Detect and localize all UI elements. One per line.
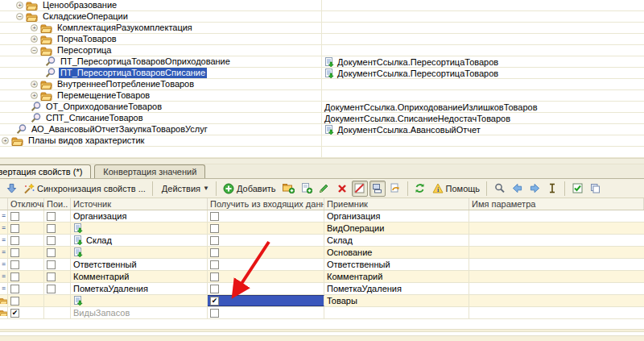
grid-row[interactable]: =ПометкаУдаленияПометкаУдаления <box>0 283 644 295</box>
row-selector-cell[interactable]: = <box>0 259 8 270</box>
param-name-cell[interactable] <box>469 271 644 282</box>
tree-row[interactable]: СПТ_СписаниеТоваровДокументСсылка.Списан… <box>0 113 644 124</box>
tree-row-main[interactable]: ПТ_ПересортицаТоваровОприходование <box>0 56 322 67</box>
grid-row[interactable]: =КомментарийКомментарий <box>0 271 644 283</box>
get-from-incoming-checkbox[interactable] <box>210 248 219 257</box>
source-cell[interactable]: Ответственный <box>71 259 208 270</box>
receiver-cell[interactable]: Основание <box>324 247 469 258</box>
add-folder-button[interactable] <box>280 181 297 197</box>
panel-splitter[interactable] <box>0 158 644 164</box>
disable-checkbox[interactable] <box>10 212 19 221</box>
tree-row-main[interactable]: АО_АвансовыйОтчетЗакупкаТоваровУслуг <box>0 124 322 135</box>
search-button[interactable] <box>491 181 507 197</box>
source-cell[interactable]: ПометкаУдаления <box>71 283 208 294</box>
tree-row-main[interactable]: −СкладскиеОперации <box>0 11 322 22</box>
tree-row-main[interactable]: +Ценообразование <box>0 0 322 10</box>
search-checkbox[interactable] <box>47 224 56 233</box>
disable-cell[interactable] <box>8 283 44 294</box>
get-from-incoming-cell[interactable] <box>208 259 324 270</box>
tab-property-conversion[interactable]: Конвертация свойств (*) <box>0 164 91 179</box>
source-cell[interactable]: ВидыЗапасов <box>71 307 208 318</box>
get-from-incoming-cell[interactable] <box>208 271 324 282</box>
source-cell[interactable]: Комментарий <box>71 271 208 282</box>
tree-row[interactable]: +Планы видов характеристик <box>0 135 644 147</box>
search-cell[interactable] <box>44 271 71 282</box>
disable-checkbox[interactable] <box>10 248 19 257</box>
search-checkbox[interactable] <box>47 272 56 281</box>
tree-row[interactable]: ОТ_ОприходованиеТоваровДокументСсылка.Оп… <box>0 102 644 113</box>
search-cell[interactable] <box>44 283 71 294</box>
tree-row[interactable]: +КомплектацияРазукомплектация <box>0 23 644 34</box>
receiver-cell[interactable]: Товары <box>324 295 469 306</box>
arrow-down-button[interactable] <box>3 181 19 197</box>
receiver-cell[interactable]: ВидОперации <box>324 222 469 234</box>
param-name-cell[interactable] <box>469 222 644 234</box>
source-cell[interactable]: Склад <box>71 235 208 246</box>
disable-checkbox[interactable] <box>10 260 19 269</box>
row-selector-cell[interactable]: = <box>0 222 8 234</box>
receiver-cell[interactable]: Комментарий <box>324 271 469 282</box>
grid-row[interactable]: =ВидОперации <box>0 222 644 235</box>
get-from-incoming-cell[interactable]: ✔ <box>208 295 324 306</box>
source-cell[interactable] <box>71 222 208 234</box>
get-from-incoming-checkbox[interactable] <box>210 272 219 281</box>
tree-row[interactable]: +Ценообразование <box>0 0 644 11</box>
param-name-cell[interactable] <box>469 235 644 246</box>
disable-cell[interactable] <box>8 210 44 222</box>
disable-cell[interactable] <box>8 247 44 258</box>
grid-row[interactable]: ✔Товары <box>0 295 644 307</box>
disable-checkbox[interactable] <box>10 285 19 293</box>
disable-cell[interactable] <box>8 271 44 282</box>
source-cell[interactable]: Организация <box>71 210 208 222</box>
row-selector-cell[interactable] <box>0 295 8 306</box>
search-cell[interactable] <box>44 210 71 222</box>
source-cell[interactable] <box>71 247 208 258</box>
expand-plus-icon[interactable]: + <box>2 137 9 144</box>
grid-row[interactable]: ✔ВидыЗапасов <box>0 307 644 319</box>
tree-row-ref[interactable]: ДокументСсылка.СписаниеНедостачТоваров <box>322 113 644 123</box>
get-from-incoming-checkbox[interactable] <box>210 309 219 318</box>
arrow-left-button[interactable] <box>509 181 525 197</box>
group-windows-button[interactable] <box>369 181 386 197</box>
expand-plus-icon[interactable]: + <box>31 81 38 88</box>
delete-x-button[interactable] <box>334 181 350 197</box>
get-from-incoming-cell[interactable] <box>208 283 324 294</box>
tree-row-main[interactable]: +ВнутреннееПотреблениеТоваров <box>0 79 322 89</box>
select-all-button[interactable] <box>569 181 585 197</box>
tree-row-main[interactable]: СПТ_СписаниеТоваров <box>0 113 322 123</box>
get-from-incoming-checkbox[interactable]: ✔ <box>210 297 219 306</box>
param-name-cell[interactable] <box>469 210 644 222</box>
param-name-cell[interactable] <box>469 247 644 258</box>
tree-row-ref[interactable]: ДокументСсылка.ПересортицаТоваров <box>322 56 644 67</box>
disable-checkbox[interactable]: ✔ <box>10 309 19 318</box>
expand-plus-icon[interactable]: + <box>31 92 38 99</box>
disable-cell[interactable] <box>8 235 44 246</box>
receiver-cell[interactable] <box>324 307 469 318</box>
disable-cell[interactable] <box>8 259 44 270</box>
tree-row[interactable]: +ПорчаТоваров <box>0 34 644 45</box>
magic-wand-button[interactable]: Синхронизация свойств ... <box>21 181 148 197</box>
disable-cell[interactable]: ✔ <box>8 307 44 318</box>
search-checkbox[interactable] <box>47 212 56 221</box>
search-checkbox[interactable] <box>47 285 56 293</box>
help-button[interactable]: iПомощь <box>430 181 483 197</box>
get-from-incoming-checkbox[interactable] <box>210 212 219 221</box>
tree-row-main[interactable]: ПТ_ПересортицаТоваровСписание <box>0 68 322 78</box>
source-cell[interactable] <box>71 295 208 306</box>
search-cell[interactable] <box>44 259 71 270</box>
get-from-incoming-cell[interactable] <box>208 235 324 246</box>
grid-row[interactable]: =Основание <box>0 247 644 259</box>
tree-row-main[interactable]: −Пересортица <box>0 45 322 56</box>
tree-row[interactable]: ПТ_ПересортицаТоваровОприходованиеДокуме… <box>0 56 644 68</box>
add-circle-button[interactable]: Добавить <box>221 181 279 197</box>
tree-row-ref[interactable]: ДокументСсылка.ОприходованиеИзлишковТова… <box>322 102 644 112</box>
expand-plus-icon[interactable]: + <box>31 35 38 43</box>
grid-row[interactable]: =СкладСклад <box>0 235 644 247</box>
tree-row[interactable]: АО_АвансовыйОтчетЗакупкаТоваровУслугДоку… <box>0 124 644 135</box>
tree-row-main[interactable]: +КомплектацияРазукомплектация <box>0 23 322 33</box>
search-cell[interactable] <box>44 222 71 234</box>
get-from-incoming-checkbox[interactable] <box>210 260 219 269</box>
row-selector-cell[interactable]: = <box>0 271 8 282</box>
search-checkbox[interactable] <box>47 260 56 269</box>
row-selector-cell[interactable]: = <box>0 283 8 294</box>
